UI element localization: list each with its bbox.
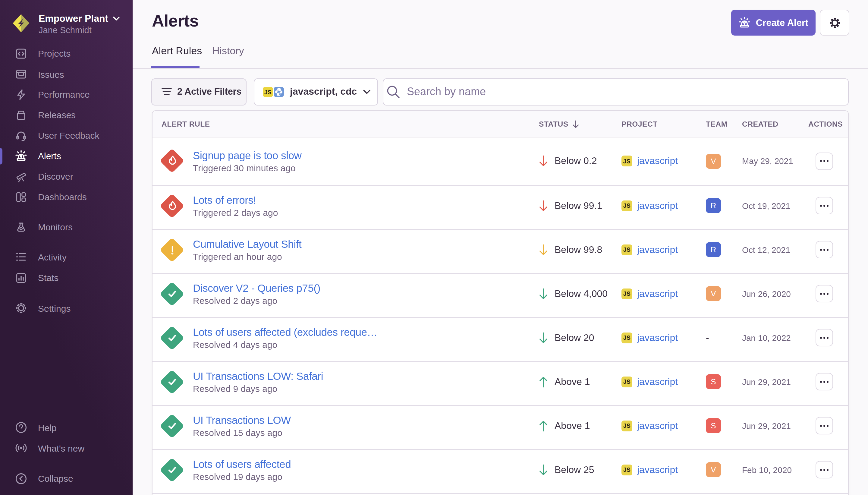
svg-text:JS: JS	[264, 89, 272, 96]
